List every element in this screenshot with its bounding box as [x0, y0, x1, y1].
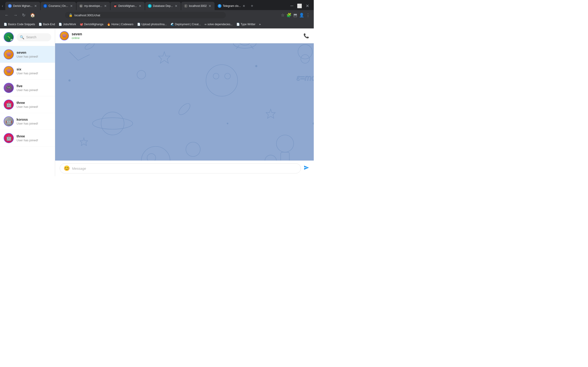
tab-close-derick[interactable]: ✕	[34, 4, 37, 8]
bookmark-jobs[interactable]: 📄 Jobs/Work	[59, 23, 76, 26]
bookmark-upload[interactable]: 📄 Upload photos/Ima...	[137, 23, 167, 26]
tab-title-derick: Derick Mghan...	[13, 4, 32, 8]
chat-status-koross: User has joined!	[17, 122, 51, 125]
svg-point-29	[313, 123, 314, 125]
tab-mydev[interactable]: m my-develope... ✕	[77, 2, 110, 10]
chat-header-actions: 📞	[303, 33, 309, 39]
back-button[interactable]: ←	[4, 12, 10, 19]
call-button[interactable]: 📞	[303, 33, 309, 39]
svg-rect-0	[55, 43, 314, 161]
bookmark-deployment[interactable]: 🌊 Deployment | Creat...	[171, 23, 201, 26]
previous-tabs-btn[interactable]: ‹	[2, 4, 3, 8]
app-container: 🦎 🔍 👾 seven User has joined!	[0, 28, 314, 176]
forward-button[interactable]: →	[12, 12, 18, 19]
chat-item-six[interactable]: 👾 six User has joined!	[0, 63, 55, 80]
chat-item-three[interactable]: 🤖 three User has joined!	[0, 96, 55, 113]
chat-name-three2: three	[17, 134, 51, 138]
chat-name-seven: seven	[17, 50, 51, 54]
search-input[interactable]	[26, 35, 48, 39]
chat-avatar-six: 👾	[4, 66, 14, 76]
chat-item-three2[interactable]: 🤖 three User has joined!	[0, 130, 55, 147]
new-tab-button[interactable]: +	[249, 3, 255, 9]
chat-avatar-five: 🎮	[4, 83, 14, 93]
chat-item-koross[interactable]: 🤖 koross User has joined!	[0, 113, 55, 130]
tab-derick[interactable]: D Derick Mghan... ✕	[5, 2, 40, 10]
chat-header: 👾 seven online 📞	[55, 28, 314, 43]
chat-header-avatar: 👾	[60, 31, 69, 40]
avatar-icon-six: 👾	[6, 68, 12, 74]
lock-icon: 🔒	[69, 13, 73, 17]
svg-text:ε=mc²: ε=mc²	[296, 73, 314, 82]
chat-header-info: seven online	[72, 32, 303, 40]
minimize-button[interactable]: ─	[290, 3, 293, 8]
user-profile-button[interactable]: 👤	[299, 13, 304, 18]
tab-favicon-localhost3002: l	[184, 4, 188, 8]
bookmark-more[interactable]: »	[259, 23, 261, 26]
chat-status-five: User has joined!	[17, 88, 51, 92]
bookmark-label-deployment: Deployment | Creat...	[175, 23, 201, 26]
tab-favicon-coursera: C	[43, 4, 47, 8]
tab-github[interactable]: 🐙 DerickMghan... ✕	[111, 2, 145, 10]
tab-title-github: DerickMghan...	[118, 4, 137, 8]
bookmark-basics[interactable]: 📄 Basics Code Snippets	[4, 23, 35, 26]
current-user-avatar[interactable]: 🦎	[4, 32, 14, 42]
online-indicator	[10, 39, 13, 41]
bookmark-icon-codewars: 🔥	[107, 23, 111, 26]
chat-avatar-three: 🤖	[4, 100, 14, 110]
tab-bar: ‹ D Derick Mghan... ✕ C Coursera | On...…	[0, 0, 314, 10]
chat-item-seven[interactable]: 👾 seven User has joined!	[0, 46, 55, 63]
search-bar[interactable]: 🔍	[17, 33, 51, 41]
address-actions: ☆ 🧩 ⬒ 👤 ⋮	[281, 13, 310, 18]
url-text: localhost:3001/chat	[74, 14, 222, 17]
chat-list: 👾 seven User has joined! 👾 six User has …	[0, 46, 55, 176]
chat-name-three: three	[17, 101, 51, 105]
bookmark-label-jobs: Jobs/Work	[63, 23, 76, 26]
tab-close-telegram[interactable]: ✕	[242, 4, 246, 8]
chat-main: 👾 seven online 📞	[55, 28, 314, 176]
tab-close-localhost3002[interactable]: ✕	[208, 4, 212, 8]
tab-favicon-github: 🐙	[113, 4, 117, 8]
avatar-icon-koross: 🤖	[6, 118, 12, 124]
chat-avatar-three2: 🤖	[4, 133, 14, 143]
bookmarks-bar: 📄 Basics Code Snippets 📄 Back-End 📄 Jobs…	[0, 20, 314, 28]
emoji-button[interactable]: 😊	[64, 165, 70, 171]
more-options-button[interactable]: ⋮	[306, 13, 310, 18]
chat-header-status: online	[72, 36, 303, 40]
tab-close-coursera[interactable]: ✕	[69, 4, 73, 8]
bookmark-icon-jobs: 📄	[59, 23, 62, 26]
chat-info-five: five User has joined!	[17, 84, 51, 92]
message-input[interactable]	[72, 167, 297, 170]
bookmark-label-typewriter: Type Writter	[241, 23, 255, 26]
chat-info-seven: seven User has joined!	[17, 50, 51, 58]
bookmark-dependencies[interactable]: ∞ solve dependecies...	[205, 23, 233, 26]
tab-close-mydev[interactable]: ✕	[104, 4, 107, 8]
home-button[interactable]: 🏠	[29, 12, 36, 19]
tab-localhost3002[interactable]: l localhost:3002 ✕	[181, 2, 215, 10]
send-button[interactable]	[304, 165, 309, 172]
search-icon: 🔍	[20, 35, 24, 40]
close-button[interactable]: ✕	[306, 3, 309, 8]
sidebar: 🦎 🔍 👾 seven User has joined!	[0, 28, 55, 176]
tab-telegram[interactable]: T Telegram clo... ✕	[215, 2, 249, 10]
sidebar-header: 🦎 🔍	[0, 28, 55, 46]
restore-button[interactable]: ⬜	[297, 3, 302, 8]
extensions-button[interactable]: 🧩	[286, 13, 292, 18]
bookmark-typewriter[interactable]: 📄 Type Writter	[236, 23, 255, 26]
tab-coursera[interactable]: C Coursera | On... ✕	[41, 2, 76, 10]
chat-item-five[interactable]: 🎮 five User has joined!	[0, 80, 55, 96]
avatar-icon-five: 🎮	[6, 85, 12, 91]
tab-database[interactable]: D Database Dep... ✕	[145, 2, 181, 10]
bookmark-star-button[interactable]: ☆	[281, 13, 285, 18]
bookmark-codewars[interactable]: 🔥 Home | Codewars	[107, 23, 133, 26]
tab-close-database[interactable]: ✕	[174, 4, 178, 8]
avatar-icon-three2: 🤖	[6, 135, 12, 141]
chat-messages: ε=mc²	[55, 43, 314, 161]
bookmark-backend[interactable]: 📄 Back-End	[39, 23, 55, 26]
url-bar[interactable]: 🔒 localhost:3001/chat	[65, 12, 226, 18]
tab-close-github[interactable]: ✕	[138, 4, 142, 8]
split-view-button[interactable]: ⬒	[293, 13, 297, 18]
bookmark-github[interactable]: 🐙 DerickMghanga	[80, 23, 103, 26]
reload-button[interactable]: ↻	[21, 12, 26, 19]
svg-point-27	[255, 65, 257, 67]
tab-favicon-telegram: T	[218, 4, 221, 8]
